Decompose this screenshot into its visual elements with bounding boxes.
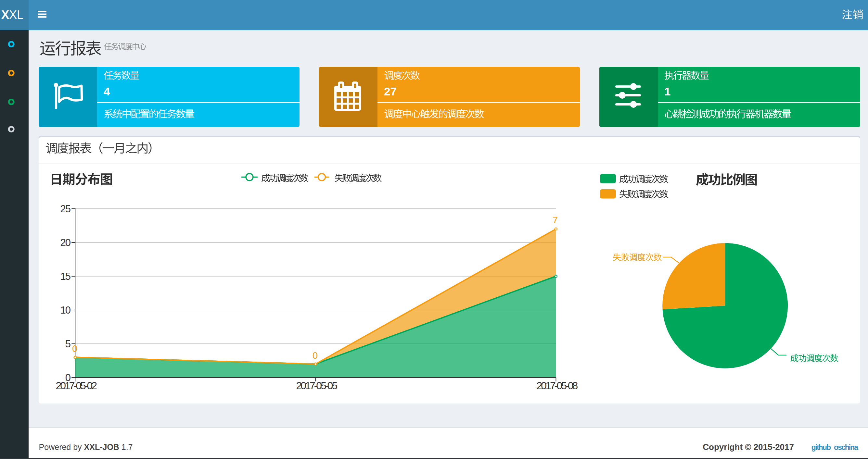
svg-text:github: github bbox=[811, 443, 831, 452]
svg-text:7: 7 bbox=[553, 215, 558, 225]
svg-text:oschina: oschina bbox=[834, 443, 858, 452]
svg-text:2017-05-02: 2017-05-02 bbox=[56, 380, 97, 392]
svg-text:1: 1 bbox=[664, 85, 671, 98]
svg-text:2017-05-05: 2017-05-05 bbox=[296, 380, 338, 392]
svg-text:0: 0 bbox=[72, 343, 77, 354]
svg-text:10: 10 bbox=[60, 304, 71, 316]
svg-text:27: 27 bbox=[384, 85, 397, 98]
svg-text:25: 25 bbox=[60, 203, 70, 215]
svg-text:5: 5 bbox=[65, 338, 70, 350]
svg-text:Powered by XXL-JOB 1.7: Powered by XXL-JOB 1.7 bbox=[39, 442, 133, 452]
svg-text:Copyright © 2015-2017: Copyright © 2015-2017 bbox=[703, 442, 794, 452]
svg-text:15: 15 bbox=[60, 271, 70, 282]
svg-text:XXL: XXL bbox=[1, 8, 23, 22]
svg-text:4: 4 bbox=[104, 85, 110, 98]
svg-text:20: 20 bbox=[60, 237, 71, 248]
svg-text:2017-05-08: 2017-05-08 bbox=[537, 380, 578, 392]
svg-text:0: 0 bbox=[312, 350, 318, 361]
